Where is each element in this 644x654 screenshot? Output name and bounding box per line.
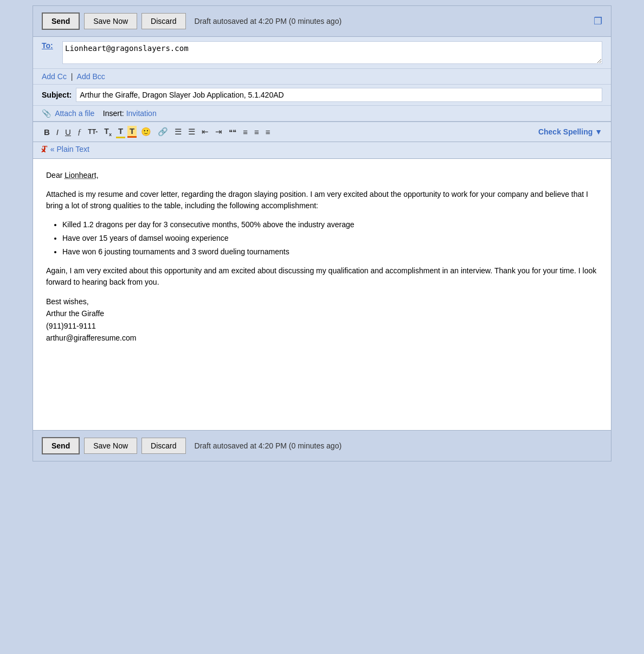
bullet-item-2: Have over 15 years of damsel wooing expe… [62,233,598,244]
sig-line3: (911)911-9111 [46,320,598,332]
discard-button-top[interactable]: Discard [141,13,185,29]
add-bcc-link[interactable]: Add Bcc [77,72,105,81]
unordered-list-button[interactable]: ☰ [186,126,197,138]
email-bullet-list: Killed 1.2 dragons per day for 3 consecu… [62,219,598,258]
email-para2: Again, I am very excited about this oppo… [46,265,598,288]
sig-line4: arthur@girafferesume.com [46,332,598,344]
plain-text-row: T✕ « Plain Text [33,142,611,159]
toolbar-top: Send Save Now Discard Draft autosaved at… [33,6,611,37]
autosave-status-top: Draft autosaved at 4:20 PM (0 minutes ag… [195,17,342,25]
to-row: To: Lionheart@gragonslayers.com [33,37,611,69]
sig-line2: Arthur the Giraffe [46,307,598,319]
check-spelling-button[interactable]: Check Spelling ▼ [538,127,602,136]
bullet-item-1: Killed 1.2 dragons per day for 3 consecu… [62,219,598,230]
ordered-list-button[interactable]: ☰ [172,126,184,138]
indent-more-button[interactable]: ⇥ [213,126,224,138]
cc-bcc-row: Add Cc | Add Bcc [33,69,611,85]
formatting-toolbar: B I U ƒ TT- Tx T T 🙂 🔗 ☰ ☰ ⇤ ⇥ ❝❝ ≡ ≡ ≡ … [33,122,611,142]
send-button-bottom[interactable]: Send [42,437,80,454]
blockquote-button[interactable]: ❝❝ [227,127,239,137]
email-para1: Attached is my resume and cover letter, … [46,189,598,211]
font-color-button[interactable]: T [116,125,125,138]
attach-file-link[interactable]: Attach a file [55,109,94,118]
subject-row: Subject: [33,85,611,106]
invitation-link[interactable]: Invitation [126,109,157,118]
align-center-button[interactable]: ≡ [252,126,261,138]
toolbar-bottom: Send Save Now Discard Draft autosaved at… [33,430,611,461]
send-button-top[interactable]: Send [42,12,80,30]
email-signature: Best wishes, Arthur the Giraffe (911)911… [46,296,598,344]
discard-button-bottom[interactable]: Discard [141,438,185,454]
subject-input[interactable] [76,88,602,102]
italic-button[interactable]: I [54,126,61,138]
align-left-button[interactable]: ≡ [241,126,250,138]
header-section: To: Lionheart@gragonslayers.com Add Cc |… [33,37,611,122]
to-label[interactable]: To: [42,41,58,50]
add-cc-link[interactable]: Add Cc [42,72,67,81]
bold-button[interactable]: B [42,126,52,138]
to-input[interactable]: Lionheart@gragonslayers.com [62,41,602,64]
email-body[interactable]: Dear Lionheart, Attached is my resume an… [33,159,611,430]
link-button[interactable]: 🔗 [156,126,170,138]
bullet-item-3: Have won 6 jousting tournaments and 3 sw… [62,246,598,258]
bg-color-button[interactable]: T [127,126,137,138]
subject-label: Subject: [42,91,72,99]
font-size-button[interactable]: Tx [102,126,114,138]
expand-icon[interactable]: ❐ [594,15,602,27]
save-now-button-bottom[interactable]: Save Now [84,438,137,454]
font-face-button[interactable]: ƒ [75,126,84,138]
compose-window: Send Save Now Discard Draft autosaved at… [33,5,611,461]
autosave-status-bottom: Draft autosaved at 4:20 PM (0 minutes ag… [195,441,342,450]
underline-button[interactable]: U [63,126,73,138]
font-size-decrease-button[interactable]: TT- [86,127,100,137]
insert-label: Insert: [103,109,126,118]
align-right-button[interactable]: ≡ [263,126,273,138]
recipient-name: Lionheart [65,171,96,179]
remove-format-icon: T✕ [42,144,47,154]
email-greeting: Dear Lionheart, [46,170,598,181]
indent-less-button[interactable]: ⇤ [199,126,211,138]
sig-line1: Best wishes, [46,296,598,307]
paperclip-icon: 📎 [42,109,51,118]
attach-row: 📎 Attach a file Insert: Invitation [33,106,611,121]
save-now-button-top[interactable]: Save Now [84,13,137,29]
emoticon-button[interactable]: 🙂 [139,126,153,138]
cc-bcc-separator: | [71,72,73,81]
plain-text-link[interactable]: « Plain Text [50,145,89,153]
